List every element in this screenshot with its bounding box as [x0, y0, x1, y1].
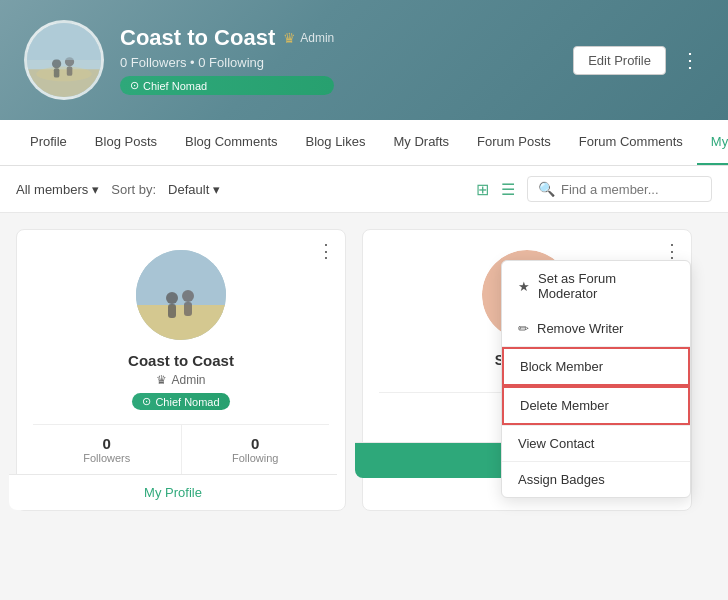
ctx-label-moderator: Set as Forum Moderator: [538, 271, 674, 301]
list-view-button[interactable]: ☰: [497, 178, 519, 201]
admin-label: Admin: [300, 31, 334, 45]
followers-number: 0: [41, 435, 173, 452]
card-admin-coast: ♛ Admin: [156, 373, 205, 387]
nav-item-blog-comments[interactable]: Blog Comments: [171, 120, 291, 165]
sort-dropdown[interactable]: Default ▾: [168, 182, 220, 197]
ctx-assign-badges[interactable]: Assign Badges: [502, 462, 690, 497]
nav-link-my-account[interactable]: My Account: [697, 120, 728, 165]
header-right: Edit Profile ⋮: [573, 44, 704, 76]
svg-rect-4: [54, 68, 60, 77]
filter-dropdown[interactable]: All members ▾: [16, 182, 99, 197]
ctx-remove-writer[interactable]: ✏ Remove Writer: [502, 311, 690, 346]
chief-nomad-badge: ⊙ Chief Nomad: [120, 76, 334, 95]
view-toggle: ⊞ ☰: [472, 178, 519, 201]
toolbar-right: ⊞ ☰ 🔍: [472, 176, 712, 202]
ctx-set-moderator[interactable]: ★ Set as Forum Moderator: [502, 261, 690, 311]
ctx-label-delete: Delete Member: [520, 398, 609, 413]
ctx-delete-member[interactable]: Delete Member: [502, 386, 690, 425]
profile-name: Coast to Coast: [120, 25, 275, 51]
card-avatar-coast: [136, 250, 226, 340]
filter-label: All members: [16, 182, 88, 197]
svg-rect-16: [184, 302, 192, 316]
nav-item-my-account[interactable]: My Account: [697, 120, 728, 165]
card-menu-button-sarah[interactable]: ⋮: [663, 240, 681, 262]
nav-link-blog-likes[interactable]: Blog Likes: [292, 120, 380, 163]
card-admin-label: Admin: [171, 373, 205, 387]
header-more-button[interactable]: ⋮: [676, 44, 704, 76]
nav-link-blog-posts[interactable]: Blog Posts: [81, 120, 171, 163]
svg-point-3: [52, 59, 61, 68]
search-icon: 🔍: [538, 181, 555, 197]
crown-icon: ♛: [283, 30, 296, 46]
ctx-view-contact[interactable]: View Contact: [502, 426, 690, 461]
svg-rect-12: [136, 305, 226, 340]
nav-link-forum-posts[interactable]: Forum Posts: [463, 120, 565, 163]
header-stats: 0 Followers • 0 Following: [120, 55, 334, 70]
card-badge-coast: ⊙ Chief Nomad: [132, 393, 229, 410]
chevron-down-icon-sort: ▾: [213, 182, 220, 197]
ctx-label-block: Block Member: [520, 359, 603, 374]
nav-item-forum-posts[interactable]: Forum Posts: [463, 120, 565, 165]
edit-profile-button[interactable]: Edit Profile: [573, 46, 666, 75]
following-number: 0: [190, 435, 322, 452]
toolbar-left: All members ▾ Sort by: Default ▾: [16, 182, 220, 197]
header-left: Coast to Coast ♛ Admin 0 Followers • 0 F…: [24, 20, 334, 100]
profile-avatar: [24, 20, 104, 100]
member-card-sarah: ⋮ ★ Set as Forum Moderator ✏ Remove Writ…: [362, 229, 692, 511]
admin-badge: ♛ Admin: [283, 30, 334, 46]
my-profile-button[interactable]: My Profile: [9, 474, 337, 510]
svg-rect-11: [136, 250, 226, 305]
chevron-down-icon: ▾: [92, 182, 99, 197]
card-badge-label: Chief Nomad: [155, 396, 219, 408]
member-search-input[interactable]: [561, 182, 701, 197]
member-card-coast: ⋮ Coast to Coast ♛ Admin ⊙ Chief N: [16, 229, 346, 511]
sort-label: Sort by:: [111, 182, 156, 197]
svg-point-15: [182, 290, 194, 302]
compass-icon: ⊙: [130, 79, 139, 92]
header-name-row: Coast to Coast ♛ Admin: [120, 25, 334, 51]
ctx-block-member[interactable]: Block Member: [502, 347, 690, 386]
nav-item-blog-likes[interactable]: Blog Likes: [292, 120, 380, 165]
card-name-coast: Coast to Coast: [128, 352, 234, 369]
crown-icon-card: ♛: [156, 373, 167, 387]
context-menu-wrapper: ⋮ ★ Set as Forum Moderator ✏ Remove Writ…: [663, 240, 681, 262]
profile-nav: Profile Blog Posts Blog Comments Blog Li…: [0, 120, 728, 166]
nav-item-forum-comments[interactable]: Forum Comments: [565, 120, 697, 165]
following-label: Following: [190, 452, 322, 464]
nav-link-profile[interactable]: Profile: [16, 120, 81, 163]
ctx-label-contact: View Contact: [518, 436, 594, 451]
following-count: 0 Following: [198, 55, 264, 70]
member-search-box: 🔍: [527, 176, 712, 202]
followers-label: Followers: [41, 452, 173, 464]
nav-item-profile[interactable]: Profile: [16, 120, 81, 165]
context-menu: ★ Set as Forum Moderator ✏ Remove Writer…: [501, 260, 691, 498]
star-icon: ★: [518, 279, 530, 294]
nav-link-blog-comments[interactable]: Blog Comments: [171, 120, 291, 163]
compass-icon-card: ⊙: [142, 395, 151, 408]
members-grid: ⋮ Coast to Coast ♛ Admin ⊙ Chief N: [0, 213, 728, 527]
card-menu-button-coast[interactable]: ⋮: [317, 240, 335, 262]
members-toolbar: All members ▾ Sort by: Default ▾ ⊞ ☰ 🔍: [0, 166, 728, 213]
ctx-label-badges: Assign Badges: [518, 472, 605, 487]
pencil-icon: ✏: [518, 321, 529, 336]
sort-value: Default: [168, 182, 209, 197]
svg-rect-6: [67, 66, 73, 75]
nav-item-blog-posts[interactable]: Blog Posts: [81, 120, 171, 165]
nav-link-forum-comments[interactable]: Forum Comments: [565, 120, 697, 163]
svg-point-2: [36, 66, 92, 81]
badge-label: Chief Nomad: [143, 80, 207, 92]
profile-header: Coast to Coast ♛ Admin 0 Followers • 0 F…: [0, 0, 728, 120]
svg-rect-7: [27, 23, 101, 60]
nav-item-my-drafts[interactable]: My Drafts: [379, 120, 463, 165]
header-info: Coast to Coast ♛ Admin 0 Followers • 0 F…: [120, 25, 334, 95]
ctx-label-writer: Remove Writer: [537, 321, 623, 336]
svg-rect-14: [168, 304, 176, 318]
grid-view-button[interactable]: ⊞: [472, 178, 493, 201]
card-stats-coast: 0 Followers 0 Following: [33, 424, 329, 474]
nav-link-my-drafts[interactable]: My Drafts: [379, 120, 463, 163]
followers-count: 0 Followers: [120, 55, 186, 70]
following-stat: 0 Following: [181, 425, 330, 474]
svg-point-13: [166, 292, 178, 304]
followers-stat: 0 Followers: [33, 425, 181, 474]
